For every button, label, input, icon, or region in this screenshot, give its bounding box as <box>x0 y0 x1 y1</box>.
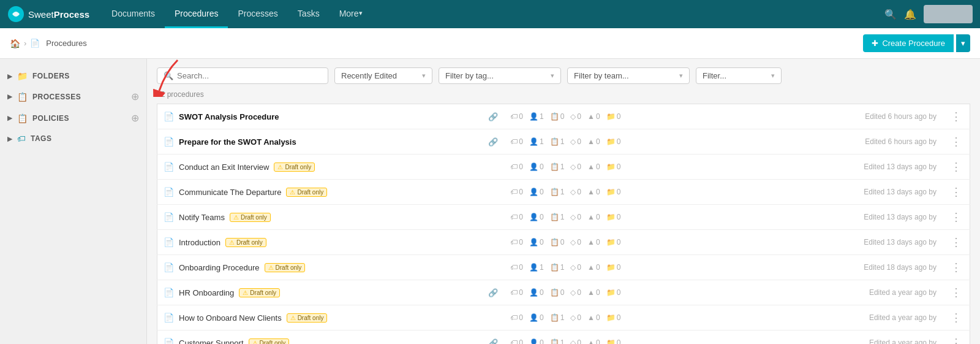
step-count: 📋0 <box>550 112 565 121</box>
procedure-name[interactable]: Onboarding Procedure <box>179 263 260 272</box>
procedure-stats: 🏷0 👤0 📋1 ◇0 ▲0 📁0 <box>510 338 782 344</box>
warning-icon: ⚠ <box>233 214 239 221</box>
step-stat-icon: 📋 <box>550 188 559 196</box>
vote-count: ▲0 <box>587 263 600 272</box>
main-layout: ▶ 📁 FOLDERS ▶ 📋 PROCESSES ⊕ ▶ 📋 POLICIES… <box>0 59 980 344</box>
logo[interactable]: SweetProcess <box>7 6 89 23</box>
nav-procedures[interactable]: Procedures <box>165 0 228 28</box>
avatar[interactable] <box>924 5 973 23</box>
procedure-stats: 🏷0 👤1 📋1 ◇0 ▲0 📁0 <box>510 263 782 272</box>
sort-dropdown[interactable]: Recently Edited ▾ <box>334 67 432 84</box>
search-input[interactable] <box>177 71 322 80</box>
policy-icon: 📋 <box>17 113 28 123</box>
procedure-name[interactable]: Communicate The Departure <box>179 188 281 197</box>
file-count: 📁0 <box>606 313 621 322</box>
member-stat-icon: 👤 <box>529 338 538 344</box>
action-menu-button[interactable]: ⋮ <box>949 286 963 299</box>
filter-dropdown[interactable]: Filter... ▾ <box>696 67 782 84</box>
action-menu-button[interactable]: ⋮ <box>949 261 963 274</box>
nav-documents[interactable]: Documents <box>102 0 165 28</box>
warning-icon: ⚠ <box>229 239 235 246</box>
action-menu-button[interactable]: ⋮ <box>949 160 963 174</box>
table-row: 📄Communicate The Departure⚠Draft only 🏷0… <box>157 180 970 205</box>
team-filter-dropdown[interactable]: Filter by team... ▾ <box>567 67 690 84</box>
step-count: 📋1 <box>550 213 565 221</box>
action-menu-button[interactable]: ⋮ <box>949 235 963 249</box>
member-count: 👤1 <box>529 263 544 272</box>
procedure-name[interactable]: Customer Support <box>179 338 244 345</box>
procedure-name[interactable]: Introduction <box>179 238 221 247</box>
filter-label: Filter... <box>703 71 726 80</box>
link-icon: 🔗 <box>488 137 498 147</box>
edit-time: Edited 13 days ago by <box>789 155 943 180</box>
breadcrumb-separator: › <box>24 39 26 48</box>
sidebar-item-processes[interactable]: ▶ 📋 PROCESSES ⊕ <box>0 86 146 107</box>
approval-stat-icon: ◇ <box>570 112 576 121</box>
sidebar-item-policies[interactable]: ▶ 📋 POLICIES ⊕ <box>0 107 146 129</box>
member-count: 👤0 <box>529 162 544 171</box>
search-box[interactable]: 🔍 <box>157 67 328 84</box>
procedure-name[interactable]: Prepare for the SWOT Analysis <box>179 137 296 147</box>
draft-badge: ⚠Draft only <box>249 338 290 345</box>
edit-time: Edited a year ago by <box>789 280 943 305</box>
tag-filter-dropdown[interactable]: Filter by tag... ▾ <box>439 67 561 84</box>
create-procedure-main-button[interactable]: ✚ Create Procedure <box>863 34 954 52</box>
action-menu-button[interactable]: ⋮ <box>949 110 963 123</box>
vote-count: ▲0 <box>587 338 600 344</box>
approval-count: ◇0 <box>570 213 581 221</box>
vote-count: ▲0 <box>587 162 600 171</box>
tag-count: 🏷0 <box>510 137 523 146</box>
member-count: 👤0 <box>529 313 544 322</box>
edit-time: Edited 6 hours ago by <box>789 104 943 129</box>
tag-stat-icon: 🏷 <box>510 338 518 344</box>
procedure-name[interactable]: Notify Teams <box>179 213 225 222</box>
approval-stat-icon: ◇ <box>570 137 576 146</box>
action-menu-button[interactable]: ⋮ <box>949 336 963 344</box>
tag-chevron-down-icon: ▾ <box>551 72 554 80</box>
file-count: 📁0 <box>606 238 621 247</box>
file-count: 📁0 <box>606 137 621 146</box>
document-icon: 📄 <box>164 137 174 147</box>
notifications-button[interactable]: 🔔 <box>904 9 916 20</box>
sidebar-item-tags[interactable]: ▶ 🏷 TAGS <box>0 129 146 148</box>
vote-stat-icon: ▲ <box>587 162 595 171</box>
procedure-name[interactable]: SWOT Analysis Procedure <box>179 112 279 121</box>
chevron-right-icon-2: ▶ <box>7 93 12 101</box>
sidebar-item-folders[interactable]: ▶ 📁 FOLDERS <box>0 66 146 86</box>
approval-count: ◇0 <box>570 263 581 272</box>
nav-more[interactable]: More <box>330 0 372 28</box>
nav-tasks[interactable]: Tasks <box>288 0 330 28</box>
vote-stat-icon: ▲ <box>587 213 595 221</box>
nav-processes[interactable]: Processes <box>228 0 287 28</box>
procedure-name[interactable]: HR Onboarding <box>179 288 234 297</box>
step-stat-icon: 📋 <box>550 162 559 171</box>
procedure-name[interactable]: How to Onboard New Clients <box>179 313 282 323</box>
member-stat-icon: 👤 <box>529 288 538 297</box>
procedure-name[interactable]: Conduct an Exit Interview <box>179 162 269 172</box>
step-stat-icon: 📋 <box>550 288 559 297</box>
member-stat-icon: 👤 <box>529 112 538 121</box>
vote-stat-icon: ▲ <box>587 338 595 344</box>
add-process-icon[interactable]: ⊕ <box>131 91 139 102</box>
add-policy-icon[interactable]: ⊕ <box>131 112 139 124</box>
procedure-stats: 🏷0 👤0 📋1 ◇0 ▲0 📁0 <box>510 162 782 171</box>
tag-count: 🏷0 <box>510 338 523 344</box>
action-menu-button[interactable]: ⋮ <box>949 210 963 224</box>
edit-time: Edited 18 days ago by <box>789 255 943 280</box>
action-menu-button[interactable]: ⋮ <box>949 185 963 199</box>
vote-count: ▲0 <box>587 238 600 247</box>
sidebar-label-policies: POLICIES <box>32 114 126 123</box>
create-procedure-dropdown-button[interactable]: ▾ <box>956 34 970 52</box>
member-count: 👤0 <box>529 338 544 344</box>
step-count: 📋1 <box>550 313 565 322</box>
table-row: 📄SWOT Analysis Procedure🔗 🏷0 👤1 📋0 ◇0 ▲0… <box>157 104 970 129</box>
vote-stat-icon: ▲ <box>587 137 595 146</box>
search-button[interactable]: 🔍 <box>884 9 897 20</box>
document-icon: 📄 <box>164 112 174 121</box>
tag-stat-icon: 🏷 <box>510 188 518 196</box>
vote-stat-icon: ▲ <box>587 112 595 121</box>
draft-badge: ⚠Draft only <box>287 313 328 323</box>
action-menu-button[interactable]: ⋮ <box>949 311 963 324</box>
breadcrumb-home-icon[interactable]: 🏠 <box>10 39 20 48</box>
action-menu-button[interactable]: ⋮ <box>949 135 963 148</box>
